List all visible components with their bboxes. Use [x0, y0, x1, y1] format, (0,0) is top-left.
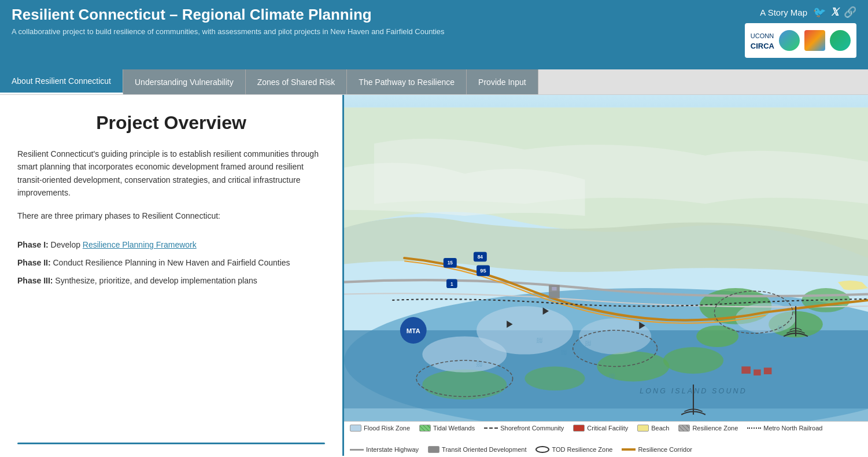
phase-2-label: Phase II:: [17, 258, 51, 267]
phase-3-text: Synthesize, prioritize, and develop impl…: [55, 276, 257, 285]
phase-1: Phase I: Develop Resilience Planning Fra…: [17, 239, 325, 251]
svg-text:84: 84: [478, 254, 483, 260]
navigation-bar: About Resilient Connecticut Understandin…: [0, 69, 868, 95]
map-svg: MTA 95 1 15 84: [344, 95, 868, 421]
phase-2-text: Conduct Resilience Planning in New Haven…: [53, 258, 290, 267]
legend-tod-resilience-label: TOD Resilience Zone: [552, 446, 612, 453]
legend-metro-swatch: [747, 427, 761, 429]
svg-text:15: 15: [448, 260, 453, 266]
logo-box: UCONN CIRCA: [745, 23, 856, 58]
legend-shorefront: Shorefront Community: [484, 425, 564, 432]
legend-flood-swatch: [350, 425, 361, 432]
legend-tod: Transit Oriented Development: [428, 446, 526, 453]
legend-interstate-swatch: [350, 449, 364, 451]
legend-interstate-label: Interstate Highway: [366, 446, 419, 453]
svg-text:⛆: ⛆: [561, 349, 567, 356]
svg-text:⛆: ⛆: [537, 337, 542, 344]
tab-pathway[interactable]: The Pathway to Resilience: [347, 69, 467, 94]
map-legend: Flood Risk Zone Tidal Wetlands Shorefron…: [344, 421, 868, 456]
legend-tidal-wetlands: Tidal Wetlands: [419, 425, 475, 432]
link-icon[interactable]: 🔗: [844, 6, 856, 19]
map-image: MTA 95 1 15 84: [344, 95, 868, 421]
legend-shorefront-swatch: [484, 427, 498, 429]
left-panel: Project Overview Resilient Connecticut's…: [0, 95, 344, 456]
legend-resilience-zone: Resilience Zone: [678, 425, 738, 432]
legend-corridor-label: Resilience Corridor: [638, 446, 692, 453]
uconn-logo: UCONN CIRCA: [751, 30, 774, 50]
header-right: A Story Map 🐦 𝕏 🔗 UCONN CIRCA: [745, 6, 856, 58]
svg-text:1: 1: [450, 281, 453, 287]
map-container: MTA 95 1 15 84: [344, 95, 868, 456]
partner-logo-2: [830, 30, 851, 51]
legend-beach-label: Beach: [651, 425, 669, 432]
page-header: Resilient Connecticut – Regional Climate…: [0, 0, 868, 69]
partner-logo-1: [804, 30, 825, 51]
svg-text:95: 95: [480, 268, 486, 274]
legend-tod-resilience-swatch: [535, 446, 549, 453]
page-title: Resilient Connecticut – Regional Climate…: [12, 6, 745, 24]
legend-tod-swatch: [428, 446, 439, 453]
story-map-icons: 🐦 𝕏 🔗: [813, 6, 856, 19]
circa-logo: [779, 30, 800, 51]
legend-critical-swatch: [573, 425, 585, 432]
legend-corridor-swatch: [622, 448, 636, 451]
story-map-label: A Story Map: [760, 8, 807, 17]
legend-beach: Beach: [637, 425, 669, 432]
svg-text:⛆: ⛆: [585, 340, 591, 347]
legend-resilience-corridor: Resilience Corridor: [622, 446, 692, 453]
legend-tod-resilience: TOD Resilience Zone: [535, 446, 612, 453]
svg-point-8: [597, 351, 669, 381]
tab-about[interactable]: About Resilient Connecticut: [0, 69, 123, 94]
header-left: Resilient Connecticut – Regional Climate…: [12, 6, 745, 36]
tab-input[interactable]: Provide Input: [467, 69, 538, 94]
svg-text:⛆: ⛆: [609, 373, 615, 379]
phase-1-label: Phase I:: [17, 240, 49, 249]
project-description: Resilient Connecticut's guiding principl…: [17, 148, 325, 200]
legend-interstate: Interstate Highway: [350, 446, 419, 453]
legend-tod-label: Transit Oriented Development: [442, 446, 526, 453]
phase-3-label: Phase III:: [17, 276, 53, 285]
tab-zones[interactable]: Zones of Shared Risk: [246, 69, 348, 94]
legend-critical-facility: Critical Facility: [573, 425, 628, 432]
legend-critical-label: Critical Facility: [587, 425, 628, 432]
bottom-divider: [17, 443, 325, 444]
legend-tidal-swatch: [419, 425, 431, 432]
tab-vulnerability[interactable]: Understanding Vulnerability: [123, 69, 246, 94]
main-content: Project Overview Resilient Connecticut's…: [0, 95, 868, 456]
svg-text:LONG  ISLAND  SOUND: LONG ISLAND SOUND: [640, 387, 747, 395]
svg-point-9: [525, 366, 585, 390]
legend-resilience-zone-swatch: [678, 425, 690, 432]
svg-rect-31: [754, 370, 760, 375]
svg-point-7: [663, 347, 723, 374]
svg-point-12: [422, 336, 507, 372]
story-map-area: A Story Map 🐦 𝕏 🔗: [760, 6, 856, 19]
legend-flood-label: Flood Risk Zone: [364, 425, 410, 432]
svg-point-5: [696, 326, 738, 347]
svg-point-10: [422, 370, 507, 400]
legend-tidal-label: Tidal Wetlands: [433, 425, 475, 432]
page-subtitle: A collaborative project to build resilie…: [12, 27, 745, 36]
phase-1-text: Develop: [51, 240, 83, 249]
phase-2: Phase II: Conduct Resilience Planning in…: [17, 257, 325, 269]
svg-text:⛆: ⛆: [778, 325, 784, 331]
legend-metro-label: Metro North Railroad: [763, 425, 822, 432]
twitter-icon[interactable]: 𝕏: [830, 6, 839, 19]
svg-rect-32: [764, 368, 772, 374]
legend-beach-swatch: [637, 425, 649, 432]
svg-point-14: [736, 303, 796, 333]
legend-metro-north: Metro North Railroad: [747, 425, 822, 432]
svg-rect-34: [552, 287, 556, 290]
legend-flood-risk: Flood Risk Zone: [350, 425, 410, 432]
phases-intro: There are three primary phases to Resili…: [17, 211, 325, 220]
facebook-icon[interactable]: 🐦: [813, 6, 826, 19]
phase-3: Phase III: Synthesize, prioritize, and d…: [17, 275, 325, 287]
svg-text:⛆: ⛆: [477, 361, 482, 367]
legend-resilience-zone-label: Resilience Zone: [692, 425, 738, 432]
svg-rect-30: [741, 366, 751, 373]
right-panel: MTA 95 1 15 84: [344, 95, 868, 456]
resilience-framework-link[interactable]: Resilience Planning Framework: [83, 240, 197, 249]
svg-text:MTA: MTA: [407, 327, 420, 334]
legend-shorefront-label: Shorefront Community: [500, 425, 564, 432]
project-overview-title: Project Overview: [17, 112, 325, 134]
